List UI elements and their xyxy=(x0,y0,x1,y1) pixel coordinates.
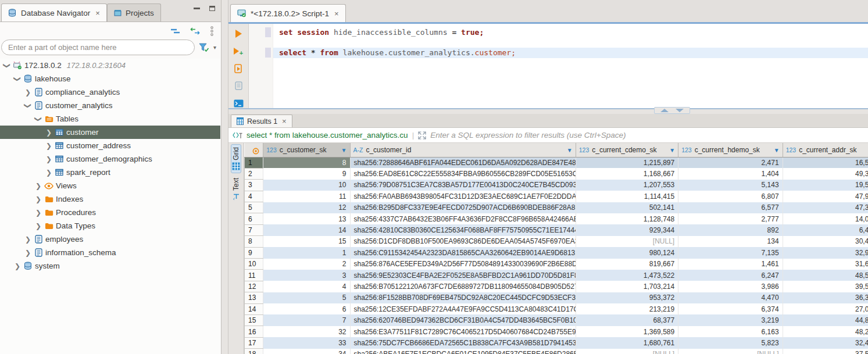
cell-c_current_cdemo_sk[interactable]: 68,377 xyxy=(576,314,678,326)
cell-c_customer_sk[interactable]: 32 xyxy=(263,326,350,337)
collapse-up-icon[interactable] xyxy=(660,109,669,112)
tree-item-data-types[interactable]: ❯Data Types xyxy=(0,219,220,233)
cell-c_current_hdemo_sk[interactable]: 3,219 xyxy=(678,314,783,326)
row-number-cell[interactable]: 16 xyxy=(245,326,263,337)
cell-c_customer_id[interactable]: sha256:C9115342454A2323DA815865CAA326064… xyxy=(350,247,576,258)
close-icon[interactable]: × xyxy=(334,9,339,18)
column-header-c_current_cdemo_sk[interactable]: 123c_current_cdemo_sk▼ xyxy=(576,143,678,157)
cell-c_current_addr_sk[interactable]: 48,57 xyxy=(783,270,868,281)
cell-c_current_cdemo_sk[interactable]: 1,207,553 xyxy=(576,180,678,191)
code-line-2[interactable] xyxy=(273,38,868,48)
cell-c_current_addr_sk[interactable]: 37,50 xyxy=(783,349,868,354)
cell-c_customer_id[interactable]: sha256:FA0ABB6943B98054FC31D12D3E3AEC689… xyxy=(350,191,576,202)
cell-c_customer_id[interactable]: sha256:D1CDF8DBB10F500EA9693C86DE6DEAA05… xyxy=(350,236,576,247)
chevron-down-icon[interactable]: ❯ xyxy=(3,61,10,70)
cell-c_current_hdemo_sk[interactable]: 3,986 xyxy=(678,281,783,292)
side-tab-text[interactable]: Text xyxy=(231,176,241,202)
cell-c_current_addr_sk[interactable]: 16,59 xyxy=(783,157,868,168)
chevron-right-icon[interactable]: ❯ xyxy=(44,156,53,163)
column-header-c_current_addr_sk[interactable]: 123c_current_addr_sk▼ xyxy=(783,143,868,157)
chevron-right-icon[interactable]: ❯ xyxy=(34,223,43,230)
cell-c_customer_sk[interactable]: 7 xyxy=(263,314,350,326)
cell-c_current_addr_sk[interactable]: 27,08 xyxy=(783,303,868,314)
cell-c_current_hdemo_sk[interactable]: 6,247 xyxy=(678,270,783,281)
cell-c_customer_sk[interactable]: 9 xyxy=(263,168,350,179)
collapse-down-icon[interactable] xyxy=(676,109,684,112)
minimize-icon[interactable] xyxy=(194,8,200,9)
tree-item-views[interactable]: ❯Views xyxy=(0,179,220,192)
cell-c_customer_sk[interactable]: 3 xyxy=(263,270,350,281)
collapse-all-icon[interactable] xyxy=(170,28,180,34)
cell-c_customer_sk[interactable]: 5 xyxy=(263,292,350,303)
tree-item-lakehouse[interactable]: ❯lakehouse xyxy=(0,72,220,85)
cell-c_current_hdemo_sk[interactable]: 6,807 xyxy=(678,191,783,202)
code-line-1[interactable]: set session hide_inaccessible_columns = … xyxy=(273,27,868,38)
close-icon[interactable]: × xyxy=(282,117,287,126)
cell-c_customer_sk[interactable]: 2 xyxy=(263,259,350,270)
cell-c_customer_id[interactable]: sha256:B705122120A673FC7DE6889727DB11809… xyxy=(350,281,576,292)
cell-c_current_hdemo_sk[interactable]: 892 xyxy=(678,224,783,235)
cell-c_current_cdemo_sk[interactable]: 213,219 xyxy=(576,303,678,314)
cell-c_current_hdemo_sk[interactable]: 2,471 xyxy=(678,157,783,168)
chevron-down-icon[interactable]: ❯ xyxy=(35,115,42,124)
cell-c_current_addr_sk[interactable]: 14,00 xyxy=(783,213,868,224)
row-number-cell[interactable]: 3 xyxy=(245,180,263,191)
tree-item-compliance-analytics[interactable]: ❯compliance_analytics xyxy=(0,85,220,99)
cell-c_current_addr_sk[interactable]: 49,38 xyxy=(783,168,868,179)
chevron-right-icon[interactable]: ❯ xyxy=(13,263,22,270)
cell-c_customer_sk[interactable]: 34 xyxy=(263,349,350,354)
cell-c_customer_sk[interactable]: 4 xyxy=(263,281,350,292)
row-number-cell[interactable]: 2 xyxy=(245,168,263,179)
cell-c_current_addr_sk[interactable]: 32,94 xyxy=(783,247,868,258)
column-dropdown-icon[interactable]: ▼ xyxy=(669,147,675,153)
tree-item-indexes[interactable]: ❯Indexes xyxy=(0,192,220,206)
tab-database-navigator[interactable]: Database Navigator × xyxy=(1,3,107,22)
cell-c_customer_id[interactable]: sha256:79D08751C3EA7C83BA57D177E00413D0C… xyxy=(350,180,576,191)
cell-c_current_addr_sk[interactable]: 48,29 xyxy=(783,326,868,337)
cell-c_current_addr_sk[interactable]: 47,36 xyxy=(783,202,868,213)
column-dropdown-icon[interactable]: ▼ xyxy=(567,147,573,153)
cell-c_customer_sk[interactable]: 6 xyxy=(263,303,350,314)
cell-c_current_addr_sk[interactable]: 36,36 xyxy=(783,292,868,303)
row-number-cell[interactable]: 12 xyxy=(245,281,263,292)
cell-c_customer_id[interactable]: sha256:B295D8FC337E9E4FECD0725D907ACD6B6… xyxy=(350,202,576,213)
tree-item-employees[interactable]: ❯employees xyxy=(0,233,220,246)
cell-c_current_cdemo_sk[interactable]: [NULL] xyxy=(576,236,678,247)
row-number-cell[interactable]: 14 xyxy=(245,303,263,314)
cell-c_customer_id[interactable]: sha256:72888646ABF61FA044EDEC061D6DA5A09… xyxy=(350,157,576,168)
cell-c_customer_sk[interactable]: 8 xyxy=(263,157,350,168)
cell-c_current_hdemo_sk[interactable]: 6,577 xyxy=(678,202,783,213)
row-number-cell[interactable]: 13 xyxy=(245,292,263,303)
filter-funnel-icon[interactable] xyxy=(199,43,209,52)
chevron-right-icon[interactable]: ❯ xyxy=(34,183,43,189)
row-number-cell[interactable]: 6 xyxy=(245,213,263,224)
results-filter-bar[interactable]: select * from lakehouse.customer_analyti… xyxy=(228,128,868,143)
grid-corner-cell[interactable] xyxy=(245,143,263,157)
results-grid[interactable]: 123c_customer_sk▼A-Zc_customer_id▼123c_c… xyxy=(244,143,868,354)
cell-c_current_cdemo_sk[interactable]: 1,168,667 xyxy=(576,168,678,179)
cell-c_customer_id[interactable]: sha256:E3A77511F81C7289C76C4065217D5D406… xyxy=(350,326,576,337)
row-number-cell[interactable]: 1 xyxy=(245,157,263,168)
cell-c_current_cdemo_sk[interactable]: 1,369,589 xyxy=(576,326,678,337)
cell-c_current_hdemo_sk[interactable]: 4,470 xyxy=(678,292,783,303)
cell-c_current_cdemo_sk[interactable]: 819,667 xyxy=(576,259,678,270)
cell-c_current_cdemo_sk[interactable]: [NULL] xyxy=(576,349,678,354)
chevron-right-icon[interactable]: ❯ xyxy=(23,236,33,243)
cell-c_customer_sk[interactable]: 12 xyxy=(263,202,350,213)
cell-c_current_hdemo_sk[interactable]: 6,374 xyxy=(678,303,783,314)
maximize-icon[interactable] xyxy=(209,6,215,11)
row-number-cell[interactable]: 4 xyxy=(245,191,263,202)
column-dropdown-icon[interactable]: ▼ xyxy=(341,147,347,153)
object-filter-input[interactable] xyxy=(1,40,195,55)
cell-c_current_addr_sk[interactable]: 19,58 xyxy=(783,180,868,191)
row-number-cell[interactable]: 17 xyxy=(245,337,263,348)
tree-item-customer-address[interactable]: ❯customer_address xyxy=(0,139,220,152)
cell-c_current_hdemo_sk[interactable]: [NULL] xyxy=(678,349,783,354)
execute-script-icon[interactable] xyxy=(233,64,244,74)
column-header-c_customer_sk[interactable]: 123c_customer_sk▼ xyxy=(263,143,350,157)
sql-console-icon[interactable] xyxy=(233,99,244,108)
explain-plan-icon[interactable] xyxy=(233,81,244,91)
cell-c_current_addr_sk[interactable]: 30,46 xyxy=(783,236,868,247)
kebab-menu-icon[interactable] xyxy=(210,26,214,36)
chevron-right-icon[interactable]: ❯ xyxy=(44,169,53,176)
